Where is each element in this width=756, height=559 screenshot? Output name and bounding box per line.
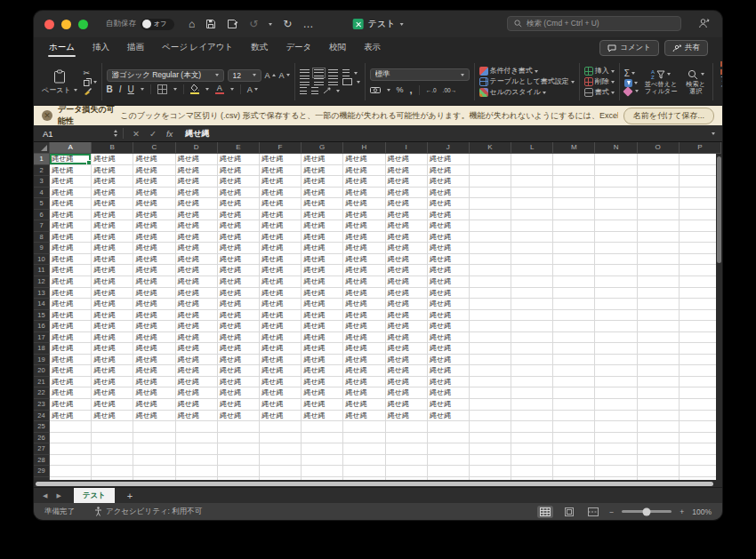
cell-J23[interactable]: 縄せ縄: [428, 399, 470, 411]
cell-I2[interactable]: 縄せ縄: [386, 165, 428, 177]
cell-M26[interactable]: [553, 433, 595, 444]
column-header-K[interactable]: K: [470, 142, 511, 154]
cell-N4[interactable]: [595, 188, 637, 199]
cell-N23[interactable]: [595, 399, 637, 411]
cell-G21[interactable]: 縄せ縄: [302, 377, 343, 388]
cell-J14[interactable]: 縄せ縄: [428, 299, 470, 310]
cell-A23[interactable]: 縄せ縄: [50, 399, 92, 411]
cell-C4[interactable]: 縄せ縄: [133, 188, 175, 199]
cell-P27[interactable]: [680, 443, 721, 455]
row-header-26[interactable]: 26: [34, 433, 50, 444]
row-header-22[interactable]: 22: [34, 387, 50, 399]
cell-O10[interactable]: [638, 254, 680, 266]
cell-N9[interactable]: [595, 243, 637, 254]
confirm-entry-icon[interactable]: ✓: [149, 129, 157, 139]
cell-O28[interactable]: [638, 455, 680, 467]
cell-I1[interactable]: 縄せ縄: [386, 154, 428, 165]
bold-button[interactable]: B: [107, 84, 113, 94]
cell-L10[interactable]: [511, 254, 553, 266]
cell-F4[interactable]: 縄せ縄: [260, 188, 302, 199]
text-effects-button[interactable]: A: [247, 85, 258, 94]
fill-color-chevron-icon[interactable]: [205, 88, 209, 91]
cell-styles-button[interactable]: セルのスタイル: [479, 88, 575, 97]
cell-D12[interactable]: 縄せ縄: [176, 276, 218, 288]
cell-D20[interactable]: 縄せ縄: [176, 365, 218, 377]
cell-A18[interactable]: 縄せ縄: [50, 343, 92, 355]
cell-K26[interactable]: [470, 433, 511, 444]
fullscreen-button[interactable]: [78, 20, 88, 29]
cell-E29[interactable]: [218, 466, 260, 477]
cell-M10[interactable]: [553, 254, 595, 266]
row-header-8[interactable]: 8: [34, 232, 50, 244]
font-name-select[interactable]: 游ゴシック Regular (本文): [107, 69, 224, 82]
cell-N20[interactable]: [595, 365, 637, 377]
cell-D9[interactable]: 縄せ縄: [176, 243, 218, 254]
cell-F24[interactable]: 縄せ縄: [260, 411, 302, 422]
cell-O24[interactable]: [638, 411, 680, 422]
cell-K10[interactable]: [470, 254, 511, 266]
row-header-15[interactable]: 15: [34, 310, 50, 322]
tab-insert[interactable]: 挿入: [92, 37, 110, 59]
cell-N7[interactable]: [595, 220, 637, 232]
minimize-button[interactable]: [61, 20, 71, 29]
cell-O26[interactable]: [638, 433, 680, 444]
cell-M21[interactable]: [553, 377, 595, 388]
cell-M24[interactable]: [553, 411, 595, 422]
cell-P10[interactable]: [680, 254, 721, 266]
align-left-button[interactable]: [300, 78, 310, 85]
cell-B23[interactable]: 縄せ縄: [92, 399, 133, 411]
cell-I17[interactable]: 縄せ縄: [386, 332, 428, 344]
column-header-I[interactable]: I: [386, 142, 428, 154]
column-header-O[interactable]: O: [638, 142, 680, 154]
cell-G10[interactable]: 縄せ縄: [302, 254, 343, 266]
cell-I27[interactable]: [386, 443, 428, 455]
underline-chevron-icon[interactable]: [141, 88, 144, 91]
comma-style-button[interactable]: ,: [410, 84, 413, 95]
column-header-L[interactable]: L: [511, 142, 553, 154]
cell-I3[interactable]: 縄せ縄: [386, 176, 428, 188]
name-box[interactable]: A1: [34, 129, 123, 139]
column-header-C[interactable]: C: [133, 142, 175, 154]
cell-G2[interactable]: 縄せ縄: [302, 165, 343, 177]
column-header-M[interactable]: M: [553, 142, 595, 154]
cell-A16[interactable]: 縄せ縄: [50, 321, 92, 332]
cell-B18[interactable]: 縄せ縄: [92, 343, 133, 355]
cell-E11[interactable]: 縄せ縄: [218, 265, 260, 276]
cell-F5[interactable]: 縄せ縄: [260, 198, 302, 210]
formula-bar-value[interactable]: 縄せ縄: [181, 128, 209, 140]
cell-E1[interactable]: 縄せ縄: [218, 154, 260, 165]
cell-P19[interactable]: [680, 355, 721, 366]
cell-L19[interactable]: [511, 355, 553, 366]
cell-B12[interactable]: 縄せ縄: [92, 276, 133, 288]
cell-D8[interactable]: 縄せ縄: [176, 232, 218, 244]
cell-N2[interactable]: [595, 165, 637, 177]
cell-D1[interactable]: 縄せ縄: [176, 154, 218, 165]
cell-G14[interactable]: 縄せ縄: [302, 299, 343, 310]
cell-J22[interactable]: 縄せ縄: [428, 387, 470, 399]
cell-C7[interactable]: 縄せ縄: [133, 220, 175, 232]
cell-F14[interactable]: 縄せ縄: [260, 299, 302, 310]
cell-C27[interactable]: [133, 443, 175, 455]
cell-D27[interactable]: [176, 443, 218, 455]
cell-F28[interactable]: [260, 455, 302, 467]
cell-P7[interactable]: [680, 220, 721, 232]
cell-F17[interactable]: 縄せ縄: [260, 332, 302, 344]
row-header-27[interactable]: 27: [34, 443, 50, 455]
cell-E20[interactable]: 縄せ縄: [218, 365, 260, 377]
cell-G13[interactable]: 縄せ縄: [302, 288, 343, 299]
cell-N17[interactable]: [595, 332, 637, 344]
cell-P26[interactable]: [680, 433, 721, 444]
sheet-tab-active[interactable]: テスト: [74, 488, 115, 503]
cell-B20[interactable]: 縄せ縄: [92, 365, 133, 377]
row-header-6[interactable]: 6: [34, 210, 50, 221]
cell-L6[interactable]: [511, 210, 553, 221]
cell-B10[interactable]: 縄せ縄: [92, 254, 133, 266]
cell-N5[interactable]: [595, 198, 637, 210]
cell-P2[interactable]: [680, 165, 721, 177]
cell-K13[interactable]: [470, 288, 511, 299]
cell-A5[interactable]: 縄せ縄: [50, 198, 92, 210]
cell-B11[interactable]: 縄せ縄: [92, 265, 133, 276]
row-header-25[interactable]: 25: [34, 421, 50, 433]
cell-A1[interactable]: 縄せ縄: [50, 154, 92, 165]
italic-button[interactable]: I: [119, 84, 122, 94]
